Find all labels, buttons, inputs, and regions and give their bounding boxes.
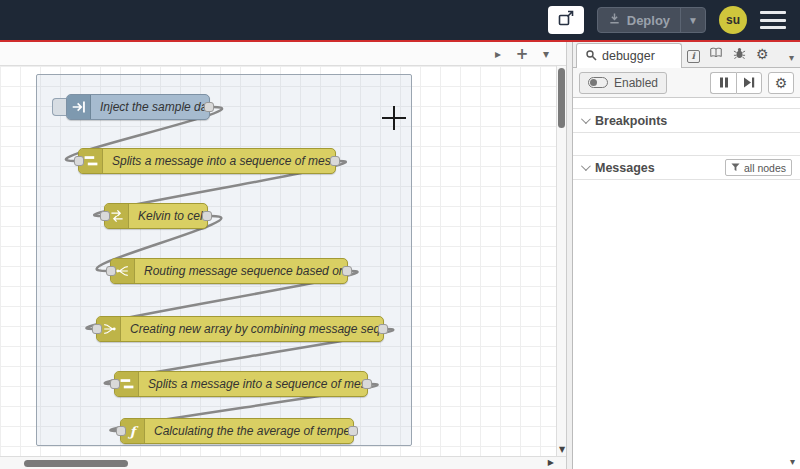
user-avatar[interactable]: su — [719, 6, 747, 34]
chevron-down-icon: ▾ — [789, 52, 794, 63]
deploy-icon — [608, 11, 621, 29]
breakpoints-label: Breakpoints — [595, 114, 667, 128]
header-bar: Deploy ▼ su — [0, 0, 800, 40]
deploy-options-button[interactable]: ▼ — [680, 8, 705, 32]
gear-icon: ⚙ — [756, 45, 769, 63]
info-icon: i — [687, 45, 700, 63]
node-red-editor: Deploy ▼ su ▸ + ▾ Inject the sample data… — [0, 0, 800, 469]
menu-icon — [760, 11, 786, 14]
funnel-icon — [731, 162, 740, 174]
scroll-right-arrow-icon[interactable]: ▶ — [548, 458, 554, 467]
pause-button[interactable] — [710, 72, 736, 94]
sidebar-tab-gear[interactable]: ⚙ — [751, 42, 774, 66]
node-input-port[interactable] — [116, 426, 126, 436]
horizontal-scrollbar[interactable]: ▶ — [0, 456, 566, 469]
sidebar-splitter[interactable] — [566, 42, 573, 469]
sidebar-tab-book[interactable] — [705, 42, 728, 66]
debugger-toolbar: Enabled ⚙ — [573, 68, 800, 98]
bug-icon — [733, 45, 746, 63]
sidebar-tab-bug[interactable] — [728, 42, 751, 66]
node-label: Calculating the the average of temperatu… — [145, 419, 353, 443]
node-label: Splits a message into a sequence of mess… — [139, 372, 367, 396]
flow-canvas[interactable]: Inject the sample dataSplits a message i… — [0, 66, 556, 456]
node-label: Routing message sequence based on condit… — [135, 259, 347, 283]
node-output-port[interactable] — [330, 156, 340, 166]
inject-icon — [67, 95, 91, 119]
debugger-tab-icon — [585, 49, 597, 64]
debugger-settings-button[interactable]: ⚙ — [768, 72, 794, 94]
add-flow-icon: + — [516, 45, 529, 63]
deploy-main[interactable]: Deploy — [598, 8, 680, 32]
node-output-port[interactable] — [204, 102, 214, 112]
node-label: Creating new array by combining message … — [121, 317, 383, 341]
section-messages-header[interactable]: Messages all nodes — [573, 155, 800, 180]
workspace-toolbar: ▸ + ▾ — [0, 42, 566, 66]
sidebar-scroll-chevron-icon[interactable]: ▾ — [790, 456, 795, 467]
sidebar-tab-info[interactable]: i — [682, 42, 705, 66]
sidebar-tabs-dropdown-button[interactable]: ▾ — [789, 52, 800, 67]
collapse-chevron-icon — [581, 114, 591, 124]
sidebar-tab-debugger[interactable]: debugger — [576, 43, 682, 68]
node-input-port[interactable] — [74, 156, 84, 166]
node-output-port[interactable] — [378, 324, 388, 334]
vertical-scrollbar[interactable]: ▼ — [556, 66, 566, 456]
flow-node-inject[interactable]: Inject the sample data — [66, 94, 210, 120]
debugger-tab-label: debugger — [602, 49, 655, 63]
node-output-port[interactable] — [362, 379, 372, 389]
filter-all-nodes-button[interactable]: all nodes — [725, 159, 792, 176]
node-label: Kelvin to celcius — [129, 204, 207, 228]
tab-scroll-right-icon: ▸ — [495, 47, 501, 61]
gear-icon: ⚙ — [775, 76, 788, 90]
book-icon — [709, 45, 723, 63]
vertical-scroll-thumb[interactable] — [558, 68, 565, 128]
tab-scroll-right-button[interactable]: ▸ — [488, 45, 508, 63]
enabled-label: Enabled — [614, 76, 658, 90]
messages-label: Messages — [595, 161, 655, 175]
deploy-button[interactable]: Deploy ▼ — [597, 7, 706, 33]
flow-node-join[interactable]: Creating new array by combining message … — [96, 316, 384, 342]
enabled-toggle-button[interactable]: Enabled — [579, 72, 667, 94]
sidebar: debugger i⚙ ▾ Enabled ⚙ — [573, 42, 800, 469]
main-menu-button[interactable] — [760, 10, 786, 30]
node-label: Inject the sample data — [91, 95, 209, 119]
chevron-down-icon: ▼ — [688, 15, 698, 26]
node-input-port[interactable] — [110, 379, 120, 389]
section-breakpoints-header[interactable]: Breakpoints — [573, 108, 800, 133]
filter-label: all nodes — [744, 162, 786, 174]
node-input-port[interactable] — [92, 324, 102, 334]
deploy-label: Deploy — [627, 13, 670, 28]
flow-node-switch[interactable]: Routing message sequence based on condit… — [110, 258, 348, 284]
node-output-port[interactable] — [342, 266, 352, 276]
pause-icon — [719, 74, 729, 92]
flow-list-chevron-icon: ▾ — [543, 47, 549, 61]
add-flow-button[interactable]: + — [512, 45, 532, 63]
breakpoints-list — [573, 133, 800, 155]
step-button[interactable] — [736, 72, 762, 94]
app-switch-button[interactable] — [548, 6, 584, 34]
node-output-port[interactable] — [348, 426, 358, 436]
flow-node-split-1[interactable]: Splits a message into a sequence of mess… — [78, 148, 336, 174]
horizontal-scroll-thumb[interactable] — [24, 460, 128, 467]
flow-list-button[interactable]: ▾ — [536, 45, 556, 63]
node-input-port[interactable] — [106, 266, 116, 276]
inject-button[interactable] — [52, 98, 66, 116]
node-input-port[interactable] — [100, 211, 110, 221]
node-output-port[interactable] — [202, 211, 212, 221]
collapse-chevron-icon — [581, 161, 591, 171]
app-switch-icon — [558, 10, 574, 30]
sidebar-tab-bar: debugger i⚙ ▾ — [573, 42, 800, 68]
flow-node-kelvin-to-celcius[interactable]: Kelvin to celcius — [104, 203, 208, 229]
toggle-icon — [588, 77, 608, 88]
node-label: Splits a message into a sequence of mess… — [103, 149, 335, 173]
flow-node-split-2[interactable]: Splits a message into a sequence of mess… — [114, 371, 368, 397]
step-icon — [743, 74, 755, 92]
flow-node-average[interactable]: ƒCalculating the the average of temperat… — [120, 418, 354, 444]
